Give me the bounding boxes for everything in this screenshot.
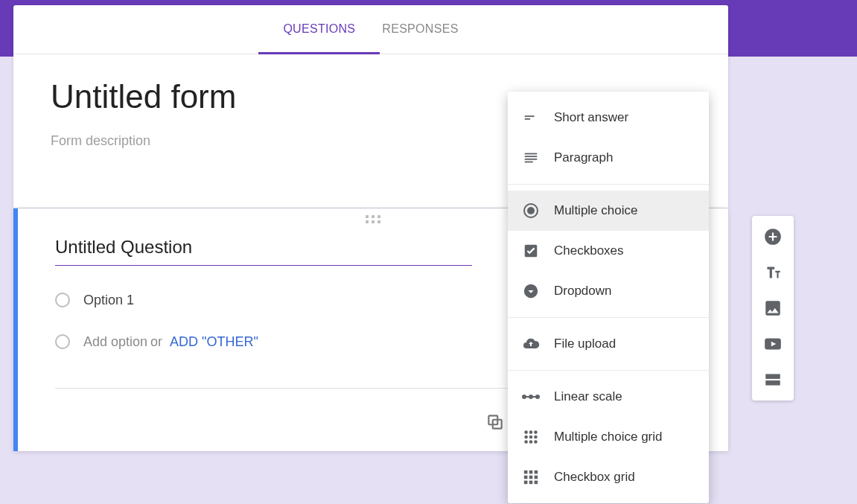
type-checkbox-grid[interactable]: Checkbox grid — [508, 457, 709, 497]
section-icon — [763, 370, 783, 389]
svg-rect-2 — [525, 115, 535, 117]
type-label: Linear scale — [554, 389, 622, 404]
type-short-answer[interactable]: Short answer — [508, 98, 709, 138]
text-icon — [763, 263, 783, 282]
copy-icon — [485, 412, 505, 432]
add-section-button[interactable] — [756, 363, 789, 396]
radio-icon — [55, 293, 70, 307]
dropdown-icon — [521, 281, 541, 301]
tabs-row: QUESTIONS RESPONSES — [13, 5, 728, 54]
cloud-upload-icon — [521, 334, 541, 354]
svg-rect-26 — [529, 470, 533, 474]
add-image-button[interactable] — [756, 292, 789, 325]
short-answer-icon — [521, 108, 541, 127]
svg-rect-32 — [529, 481, 533, 485]
svg-point-21 — [534, 436, 538, 439]
svg-rect-33 — [535, 481, 538, 485]
svg-point-23 — [529, 440, 533, 444]
svg-rect-37 — [765, 380, 780, 385]
type-label: File upload — [554, 336, 616, 351]
svg-point-17 — [529, 430, 533, 434]
radio-icon — [55, 334, 70, 349]
image-icon — [763, 299, 783, 318]
svg-rect-4 — [525, 153, 538, 155]
type-checkboxes[interactable]: Checkboxes — [508, 231, 709, 271]
svg-point-9 — [527, 207, 535, 214]
add-option-text[interactable]: Add option — [83, 334, 147, 350]
question-footer-actions — [485, 412, 505, 432]
type-paragraph[interactable]: Paragraph — [508, 138, 709, 178]
svg-rect-5 — [525, 156, 538, 157]
question-type-dropdown: Short answer Paragraph Multiple choice C… — [508, 92, 709, 503]
type-multiple-choice[interactable]: Multiple choice — [508, 191, 709, 231]
svg-rect-27 — [535, 470, 538, 474]
svg-rect-7 — [525, 162, 533, 163]
svg-point-24 — [534, 440, 538, 444]
svg-rect-30 — [535, 476, 538, 479]
linear-scale-icon — [521, 387, 541, 406]
plus-circle-icon — [763, 227, 783, 246]
paragraph-icon — [521, 148, 541, 168]
svg-point-22 — [524, 440, 528, 444]
type-label: Multiple choice grid — [554, 430, 663, 444]
dot-grid-icon — [521, 427, 541, 447]
type-label: Checkbox grid — [554, 470, 635, 485]
side-toolbar — [752, 216, 794, 401]
type-label: Dropdown — [554, 284, 612, 299]
type-linear-scale[interactable]: Linear scale — [508, 377, 709, 417]
tab-questions[interactable]: QUESTIONS — [270, 4, 369, 54]
svg-rect-15 — [524, 396, 538, 398]
svg-rect-3 — [525, 118, 530, 120]
drag-handle-icon — [366, 215, 380, 223]
svg-rect-28 — [524, 476, 528, 479]
type-label: Checkboxes — [554, 243, 624, 258]
svg-point-16 — [524, 430, 528, 434]
svg-point-18 — [534, 430, 538, 434]
svg-rect-6 — [525, 159, 538, 160]
svg-rect-29 — [529, 476, 533, 479]
type-multiple-choice-grid[interactable]: Multiple choice grid — [508, 417, 709, 457]
svg-rect-25 — [524, 470, 528, 474]
option-label[interactable]: Option 1 — [83, 293, 134, 308]
video-icon — [763, 334, 783, 354]
radio-checked-icon — [521, 201, 541, 220]
add-video-button[interactable] — [756, 328, 789, 360]
type-label: Paragraph — [554, 150, 613, 165]
svg-rect-36 — [765, 374, 780, 379]
type-label: Short answer — [554, 110, 628, 125]
add-question-button[interactable] — [756, 220, 789, 253]
square-grid-icon — [521, 468, 541, 487]
type-dropdown[interactable]: Dropdown — [508, 271, 709, 311]
add-other-button[interactable]: ADD "OTHER" — [170, 334, 258, 350]
or-text: or — [150, 334, 162, 350]
svg-rect-31 — [524, 481, 528, 485]
checkbox-icon — [521, 241, 541, 261]
question-title-input[interactable]: Untitled Question — [55, 237, 472, 266]
duplicate-button[interactable] — [485, 412, 505, 432]
svg-point-19 — [524, 436, 528, 439]
type-label: Multiple choice — [554, 203, 637, 218]
svg-point-20 — [529, 436, 533, 439]
type-file-upload[interactable]: File upload — [508, 324, 709, 364]
add-title-button[interactable] — [756, 256, 789, 289]
tab-responses[interactable]: RESPONSES — [369, 4, 471, 54]
